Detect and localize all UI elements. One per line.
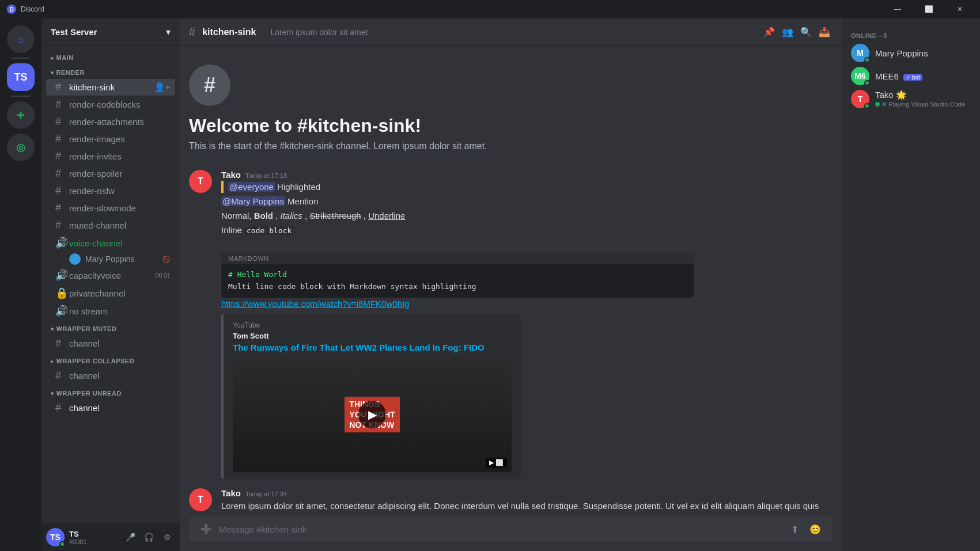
channel-name-render-invites: render-invites (69, 151, 171, 161)
channel-muted-channel[interactable]: # muted-channel (46, 217, 175, 234)
channel-privatechannel[interactable]: 🔒 privatechannel (46, 284, 175, 302)
category-wrapper-unread-label: Wrapper Unread (56, 390, 122, 397)
channel-render-invites[interactable]: # render-invites (46, 148, 175, 165)
channel-kitchen-sink[interactable]: # kitchen-sink 👤+ (46, 79, 175, 96)
channel-render-nsfw[interactable]: # render-nsfw (46, 183, 175, 199)
embed-thumbnail[interactable]: THINGSYOU MIGHTNOT KNOW ▶ ▶ ⬜ (233, 357, 512, 472)
text-strike: Strikethrough (309, 211, 361, 221)
chat-input-area: ➕ ⬆ 😊 (180, 516, 842, 551)
channel-name-render-slowmode: render-slowmode (69, 203, 171, 213)
add-attachment-button[interactable]: ➕ (198, 521, 214, 537)
vscode-icon: ■ (882, 100, 886, 108)
embed-author: Tom Scott (233, 332, 512, 340)
message-line-3: Normal, Bold , Italics , Strikethrough ,… (221, 210, 833, 222)
code-line-1: # Hello World (228, 269, 687, 281)
member-avatar-mee6: M6 (851, 67, 869, 85)
add-server-button[interactable]: + (7, 101, 35, 129)
channel-render-spoiler[interactable]: # render-spoiler (46, 165, 175, 182)
voice-user-avatar (69, 253, 81, 265)
hash-icon: # (55, 98, 66, 111)
hash-icon: # (55, 116, 66, 128)
category-wrapper-collapsed-header[interactable]: ▸ Wrapper Collapsed (41, 354, 180, 367)
message-group-1: T Tako Today at 17:18 @everyone Highligh… (180, 165, 842, 484)
embed-title[interactable]: The Runways of Fire That Let WW2 Planes … (233, 343, 512, 352)
member-status-mary (864, 57, 870, 63)
code-block-content: # Hello World Multi line code block with… (221, 264, 694, 298)
youtube-link[interactable]: https://www.youtube.com/watch?v=i8MFK0w0… (221, 299, 409, 309)
minimize-button[interactable]: — (884, 0, 911, 18)
channel-wrapper-collapsed-channel[interactable]: # channel (46, 367, 175, 384)
close-button[interactable]: ✕ (947, 0, 973, 18)
speaker-icon: 🔊 (55, 269, 66, 282)
play-button-icon[interactable]: ▶ (358, 401, 386, 428)
members-button[interactable]: 👥 (780, 24, 796, 40)
embed-provider: YouTube (233, 321, 512, 329)
maximize-button[interactable]: ⬜ (915, 0, 942, 18)
headphones-button[interactable]: 🎧 (141, 529, 157, 545)
topbar-actions: 📌 👥 🔍 📥 (761, 24, 833, 40)
channel-wrapper-muted-channel[interactable]: # channel (46, 335, 175, 352)
category-wrapper-muted-label: Wrapper Muted (56, 325, 117, 332)
activity-dot (875, 102, 880, 107)
member-status-mee6 (864, 80, 870, 86)
category-main-header[interactable]: ▸ Main (41, 51, 180, 63)
channel-add-user-icon[interactable]: 👤+ (154, 82, 171, 93)
member-item-mary[interactable]: M Mary Poppins (846, 41, 975, 64)
emoji-button[interactable]: 😊 (807, 521, 823, 537)
channel-no-stream[interactable]: 🔊 no stream (46, 302, 175, 320)
channel-render-slowmode[interactable]: # render-slowmode (46, 200, 175, 216)
app-title: Discord (21, 5, 44, 13)
welcome-title: Welcome to #kitchen-sink! (189, 115, 833, 136)
server-header[interactable]: Test Server ▾ (41, 18, 180, 46)
channel-voice-channel[interactable]: 🔊 voice-channel (46, 234, 175, 252)
message-avatar-tako-2: T (189, 488, 212, 511)
mention-mary: @Mary Poppins (221, 196, 285, 206)
current-user-tag: #0001 (69, 538, 118, 545)
category-wrapper-muted: ▾ Wrapper Muted # channel (41, 322, 180, 352)
message-author-tako-2: Tako (221, 488, 241, 498)
channel-render-images[interactable]: # render-images (46, 131, 175, 147)
voice-count-00: 00 (156, 272, 162, 279)
code-line-2: Multi line code block with Markdown synt… (228, 281, 687, 293)
titlebar: D Discord — ⬜ ✕ (0, 0, 980, 18)
pin-button[interactable]: 📌 (761, 24, 777, 40)
category-wrapper-muted-header[interactable]: ▾ Wrapper Muted (41, 322, 180, 335)
member-item-mee6[interactable]: M6 MEE6 ✓ bot (846, 64, 975, 88)
search-button[interactable]: 🔍 (798, 24, 814, 40)
settings-button[interactable]: ⚙ (159, 529, 175, 545)
member-name-mee6: MEE6 ✓ bot (875, 71, 971, 81)
message-text-mention: Mention (287, 196, 318, 206)
messages-area: # Welcome to #kitchen-sink! This is the … (180, 46, 842, 516)
user-status-dot (59, 541, 65, 547)
hash-icon: # (55, 219, 66, 231)
channel-capacityvoice[interactable]: 🔊 capacityvoice 00 01 (46, 267, 175, 284)
message-time-2: Today at 17:34 (245, 491, 287, 497)
channel-name-wrapper-collapsed: channel (69, 371, 171, 381)
lock-icon: 🔒 (55, 287, 66, 299)
category-wrapper-collapsed-label: Wrapper Collapsed (56, 358, 135, 364)
microphone-button[interactable]: 🎤 (122, 529, 138, 545)
hash-icon: # (189, 25, 195, 39)
home-button[interactable]: ⌂ (7, 25, 35, 53)
speaker-icon: 🔊 (55, 305, 66, 317)
channel-wrapper-unread-channel[interactable]: # channel (46, 400, 175, 416)
explore-button[interactable]: ◎ (7, 134, 35, 161)
test-server-icon[interactable]: TS (7, 63, 35, 91)
member-item-tako[interactable]: T Tako 🌟 ■ Playing Visual Studio Code (846, 88, 975, 111)
channel-area: # kitchen-sink Lorem ipsum dolor sit ame… (180, 18, 842, 551)
message-line-link: https://www.youtube.com/watch?v=i8MFK0w0… (221, 298, 833, 310)
category-main: ▸ Main (41, 51, 180, 63)
user-info: TS #0001 (69, 530, 118, 545)
message-input[interactable] (219, 525, 782, 534)
channel-render-attachments[interactable]: # render-attachments (46, 113, 175, 130)
message-text-highlighted: Highlighted (277, 182, 320, 192)
scroll-to-bottom-button[interactable]: ⬆ (786, 521, 803, 537)
channel-name-wrapper-muted: channel (69, 339, 171, 348)
hash-icon: # (55, 370, 66, 382)
channel-render-codeblocks[interactable]: # render-codeblocks (46, 96, 175, 113)
inline-code-block: code block (244, 226, 294, 235)
channel-name-muted-channel: muted-channel (69, 221, 171, 230)
category-render-header[interactable]: ▾ Render (41, 66, 180, 78)
inbox-button[interactable]: 📥 (816, 24, 833, 40)
category-wrapper-unread-header[interactable]: ▾ Wrapper Unread (41, 386, 180, 399)
